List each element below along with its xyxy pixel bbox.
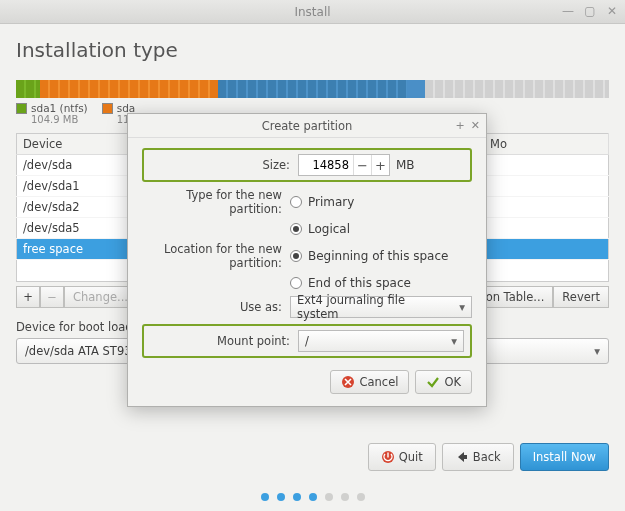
loc-begin-radio[interactable] xyxy=(290,250,302,262)
partition-seg-sda1 xyxy=(16,80,40,98)
svg-rect-1 xyxy=(387,453,388,458)
power-icon xyxy=(381,450,395,464)
step-dot[interactable] xyxy=(293,493,301,501)
dialog-title: Create partition xyxy=(262,119,353,133)
swatch-green-icon xyxy=(16,103,27,114)
step-dot[interactable] xyxy=(341,493,349,501)
logical-label: Logical xyxy=(308,222,350,236)
step-dot[interactable] xyxy=(261,493,269,501)
legend-sda1-label: sda1 (ntfs) xyxy=(31,102,88,114)
cancel-button[interactable]: Cancel xyxy=(330,370,409,394)
ok-button[interactable]: OK xyxy=(415,370,472,394)
logical-radio[interactable] xyxy=(290,223,302,235)
legend-sda1-size: 104.9 MB xyxy=(31,114,88,125)
page-title: Installation type xyxy=(16,38,609,62)
close-icon[interactable]: ✕ xyxy=(605,4,619,18)
window-titlebar: Install — ▢ ✕ xyxy=(0,0,625,24)
loc-label: Location for the new partition: xyxy=(142,242,282,270)
size-row-highlight: Size: − + MB xyxy=(142,148,472,182)
partition-bar xyxy=(16,80,609,98)
size-decrement-button[interactable]: − xyxy=(353,155,371,175)
loc-end-radio[interactable] xyxy=(290,277,302,289)
create-partition-dialog: Create partition + ✕ Size: − + MB Type f… xyxy=(127,113,487,407)
back-button[interactable]: Back xyxy=(442,443,514,471)
partition-seg-extra xyxy=(407,80,425,98)
primary-label: Primary xyxy=(308,195,354,209)
partition-seg-free xyxy=(425,80,609,98)
step-dot[interactable] xyxy=(325,493,333,501)
useas-label: Use as: xyxy=(142,300,282,314)
size-label: Size: xyxy=(150,158,290,172)
ptype-label: Type for the new partition: xyxy=(142,188,282,216)
step-dot[interactable] xyxy=(357,493,365,501)
minimize-icon[interactable]: — xyxy=(561,4,575,18)
window-title: Install xyxy=(294,5,330,19)
useas-combo[interactable]: Ext4 journaling file system xyxy=(290,296,472,318)
check-icon xyxy=(426,375,440,389)
useas-value: Ext4 journaling file system xyxy=(297,293,449,321)
step-dot[interactable] xyxy=(277,493,285,501)
cancel-icon xyxy=(341,375,355,389)
dialog-titlebar: Create partition + ✕ xyxy=(128,114,486,138)
step-dots xyxy=(0,493,625,501)
maximize-icon[interactable]: ▢ xyxy=(583,4,597,18)
loc-end-label: End of this space xyxy=(308,276,411,290)
loc-begin-label: Beginning of this space xyxy=(308,249,448,263)
col-mount[interactable]: Mo xyxy=(484,134,609,155)
size-input[interactable] xyxy=(299,155,353,175)
revert-button[interactable]: Revert xyxy=(553,286,609,308)
partition-seg-sda2 xyxy=(40,80,218,98)
arrow-left-icon xyxy=(455,450,469,464)
mount-row-highlight: Mount point: / xyxy=(142,324,472,358)
primary-radio[interactable] xyxy=(290,196,302,208)
size-increment-button[interactable]: + xyxy=(371,155,389,175)
dialog-expand-icon[interactable]: + xyxy=(456,119,465,132)
install-now-button[interactable]: Install Now xyxy=(520,443,609,471)
mount-combo[interactable]: / xyxy=(298,330,464,352)
swatch-orange-icon xyxy=(102,103,113,114)
size-unit: MB xyxy=(396,158,415,172)
partition-seg-sda5 xyxy=(218,80,408,98)
remove-partition-button[interactable]: − xyxy=(40,286,64,308)
quit-button[interactable]: Quit xyxy=(368,443,436,471)
mount-value: / xyxy=(305,334,309,348)
add-partition-button[interactable]: + xyxy=(16,286,40,308)
mount-label: Mount point: xyxy=(150,334,290,348)
size-spinner[interactable]: − + xyxy=(298,154,390,176)
dialog-close-icon[interactable]: ✕ xyxy=(471,119,480,132)
step-dot[interactable] xyxy=(309,493,317,501)
